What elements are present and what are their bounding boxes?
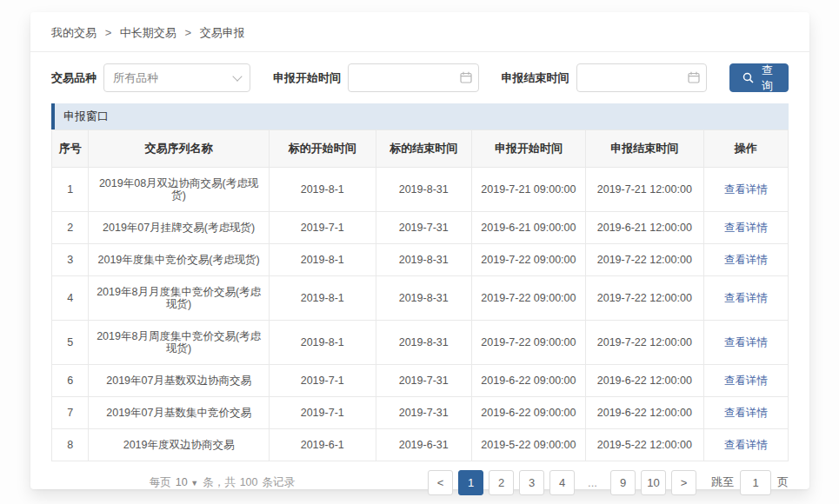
action-cell: 查看详情	[703, 244, 788, 276]
per-page-prefix: 每页	[150, 475, 171, 490]
next-page-button[interactable]: >	[671, 470, 696, 495]
page-10-button[interactable]: 10	[641, 470, 666, 495]
view-detail-link[interactable]: 查看详情	[724, 439, 768, 451]
search-icon	[742, 72, 754, 83]
view-detail-link[interactable]: 查看详情	[724, 183, 768, 196]
table-row: 72019年07月基数集中竞价交易2019-7-12019-7-312019-6…	[52, 397, 789, 429]
series-name: 2019年07月基数双边协商交易	[89, 365, 270, 397]
product-type-label: 交易品种	[51, 70, 97, 86]
table-row: 62019年07月基数双边协商交易2019-7-12019-7-312019-6…	[52, 365, 789, 397]
target-start-date: 2019-7-1	[269, 397, 376, 429]
view-detail-link[interactable]: 查看详情	[724, 254, 768, 266]
header-declare-end: 申报结束时间	[586, 130, 704, 168]
pagination: <1234...910>	[425, 470, 699, 495]
series-name: 2019年07月挂牌交易(考虑现货)	[89, 212, 270, 244]
content-card: 我的交易 > 中长期交易 > 交易申报 交易品种 所有品种 申报开始时间 申报结…	[30, 12, 809, 489]
chevron-down-icon	[232, 71, 242, 81]
page-jump: 跳至 页	[711, 470, 789, 495]
declare-end-time: 2019-7-22 12:00:00	[586, 244, 704, 276]
table-row: 22019年07月挂牌交易(考虑现货)2019-7-12019-7-312019…	[52, 212, 789, 244]
declare-start-time: 2019-7-22 09:00:00	[471, 276, 585, 321]
total-records: 100	[240, 476, 258, 488]
target-end-date: 2019-8-31	[376, 244, 471, 276]
target-end-date: 2019-7-31	[376, 212, 471, 244]
breadcrumb-separator: >	[105, 26, 112, 39]
page-4-button[interactable]: 4	[549, 470, 575, 495]
row-index: 6	[52, 365, 89, 397]
declare-start-time: 2019-7-22 09:00:00	[471, 244, 585, 276]
declare-start-field	[348, 63, 478, 92]
breadcrumb-declaration[interactable]: 交易申报	[200, 26, 245, 39]
header-declare-start: 申报开始时间	[471, 130, 585, 168]
per-page-middle: 条，共	[203, 475, 236, 490]
action-cell: 查看详情	[703, 168, 788, 212]
target-end-date: 2019-8-31	[376, 276, 471, 321]
view-detail-link[interactable]: 查看详情	[724, 222, 768, 234]
per-page-summary: 每页 10 ▼ 条，共 100 条记录	[150, 475, 295, 490]
target-start-date: 2019-8-1	[269, 276, 376, 321]
calendar-icon[interactable]	[460, 71, 472, 87]
table-row: 32019年度集中竞价交易(考虑现货)2019-8-12019-8-312019…	[52, 244, 789, 276]
section-title: 申报窗口	[63, 109, 109, 124]
row-index: 5	[52, 321, 89, 365]
target-end-date: 2019-8-31	[376, 321, 471, 365]
view-detail-link[interactable]: 查看详情	[724, 375, 768, 387]
target-end-date: 2019-7-31	[376, 365, 471, 397]
per-page-suffix: 条记录	[263, 475, 296, 490]
filter-bar: 交易品种 所有品种 申报开始时间 申报结束时间 查询	[30, 52, 809, 103]
page-size-value: 10	[176, 476, 188, 488]
view-detail-link[interactable]: 查看详情	[724, 407, 768, 419]
declare-start-time: 2019-5-22 09:00:00	[471, 429, 585, 461]
view-detail-link[interactable]: 查看详情	[724, 292, 768, 304]
page-3-button[interactable]: 3	[519, 470, 544, 495]
series-name: 2019年8月月度集中竞价交易(考虑现货)	[89, 276, 270, 321]
row-index: 8	[52, 429, 89, 461]
row-index: 7	[52, 397, 89, 429]
table-footer: 每页 10 ▼ 条，共 100 条记录 <1234...910> 跳至 页	[51, 461, 789, 503]
section-header-declare-window: 申报窗口	[51, 103, 789, 129]
table-row: 12019年08月双边协商交易(考虑现货)2019-8-12019-8-3120…	[52, 168, 789, 212]
action-cell: 查看详情	[703, 276, 788, 321]
table-header-row: 序号 交易序列名称 标的开始时间 标的结束时间 申报开始时间 申报结束时间 操作	[52, 130, 789, 168]
row-index: 2	[52, 212, 89, 244]
target-end-date: 2019-6-31	[376, 429, 471, 461]
table-row: 52019年8月周度集中竞价交易(考虑现货)2019-8-12019-8-312…	[52, 321, 789, 365]
product-type-select[interactable]: 所有品种	[103, 63, 250, 92]
row-index: 4	[52, 276, 89, 321]
breadcrumb-separator: >	[184, 26, 191, 39]
page-9-button[interactable]: 9	[610, 470, 636, 495]
action-cell: 查看详情	[703, 321, 788, 365]
declare-end-time: 2019-7-22 12:00:00	[586, 276, 704, 321]
page-size-select[interactable]: 10 ▼	[176, 476, 198, 488]
action-cell: 查看详情	[703, 429, 788, 461]
declare-end-time: 2019-5-22 12:00:00	[586, 429, 704, 461]
series-name: 2019年8月周度集中竞价交易(考虑现货)	[89, 321, 270, 365]
declare-start-time: 2019-6-22 09:00:00	[471, 397, 585, 429]
declaration-table: 序号 交易序列名称 标的开始时间 标的结束时间 申报开始时间 申报结束时间 操作…	[51, 129, 789, 461]
breadcrumb-midlong-term[interactable]: 中长期交易	[120, 26, 176, 39]
declare-end-time: 2019-7-22 12:00:00	[586, 321, 704, 365]
series-name: 2019年08月双边协商交易(考虑现货)	[89, 168, 270, 212]
target-end-date: 2019-7-31	[376, 397, 471, 429]
table-row: 82019年度双边协商交易2019-6-12019-6-312019-5-22 …	[52, 429, 789, 461]
declare-start-time: 2019-6-22 09:00:00	[471, 365, 585, 397]
target-end-date: 2019-8-31	[376, 168, 471, 212]
page-1-button[interactable]: 1	[458, 470, 483, 495]
header-series-name: 交易序列名称	[89, 130, 270, 168]
declare-end-time: 2019-6-22 12:00:00	[586, 397, 704, 429]
caret-down-icon: ▼	[190, 479, 198, 487]
declare-start-label: 申报开始时间	[273, 70, 341, 86]
calendar-icon[interactable]	[688, 71, 700, 87]
jump-suffix: 页	[777, 474, 789, 490]
search-button[interactable]: 查询	[729, 63, 789, 92]
breadcrumb-my-trades[interactable]: 我的交易	[51, 26, 97, 39]
header-target-start: 标的开始时间	[269, 130, 376, 168]
jump-label: 跳至	[711, 474, 734, 490]
view-detail-link[interactable]: 查看详情	[724, 336, 768, 348]
page-ellipsis: ...	[580, 470, 605, 495]
jump-page-input[interactable]	[740, 470, 771, 495]
prev-page-button[interactable]: <	[428, 470, 453, 495]
page-2-button[interactable]: 2	[489, 470, 514, 495]
action-cell: 查看详情	[703, 397, 788, 429]
product-type-value: 所有品种	[113, 70, 158, 86]
